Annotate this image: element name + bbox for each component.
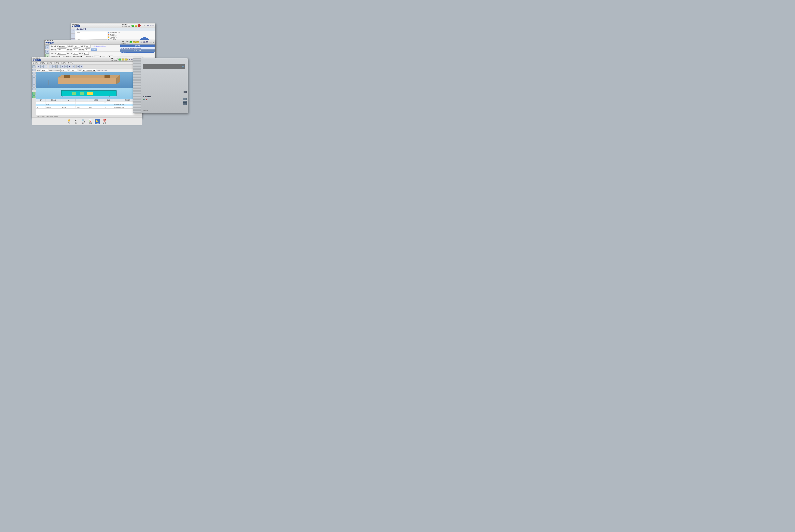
cam-tool-icon12[interactable]: ⊞ bbox=[80, 65, 83, 68]
cam-time: 21:11:28 bbox=[111, 58, 118, 60]
cam-menu-machining[interactable]: 加工(M) bbox=[47, 62, 53, 64]
svg-marker-10 bbox=[58, 78, 116, 84]
svg-rect-13 bbox=[105, 75, 110, 78]
cnc-brand-top: HAN'S SMC bbox=[45, 40, 120, 42]
cam-sb-btn4[interactable] bbox=[32, 75, 36, 78]
cam-sb-green1[interactable] bbox=[32, 92, 36, 95]
cam-menu-tool1[interactable]: 工具(T) bbox=[54, 62, 59, 64]
cam-th-x: X bbox=[61, 99, 75, 101]
cnc-mat-len[interactable] bbox=[57, 49, 66, 51]
cam-tool-select[interactable]: 反向力化变化方式 bbox=[82, 69, 96, 72]
cam-titlebar: HAN'S SMC 大族智控 21:11:28 2023/03/06 00:00… bbox=[32, 57, 142, 62]
cam-table-row[interactable]: 3/铣坑孔1300.00050.0003.000无铣:50.4X50(铣)刀具 bbox=[36, 106, 142, 109]
cam-menu-about[interactable]: 关于(A) bbox=[68, 62, 73, 64]
cnc-mat-w[interactable] bbox=[73, 49, 78, 51]
hw-ribs bbox=[133, 58, 141, 113]
cnc-icon-info[interactable]: 当 bbox=[45, 45, 49, 49]
stats-indicator-green bbox=[131, 25, 134, 26]
hw-label: HAN'S SMC bbox=[143, 110, 148, 111]
nc-sub-title: NC加工程序 bbox=[120, 50, 154, 52]
cnc-mat-num[interactable] bbox=[57, 52, 66, 55]
cam-tool-icon9[interactable]: ◐ bbox=[68, 65, 71, 68]
cnc-mat-h[interactable] bbox=[85, 49, 90, 51]
cnc-match-btn[interactable]: 打拼配置 bbox=[91, 49, 97, 51]
stats-brand-top: HAN'S SMC bbox=[72, 23, 121, 25]
cam-nav-settings[interactable]: ⏰ 设置 bbox=[102, 118, 107, 125]
cam-nav-debug[interactable]: 📊 调试 bbox=[88, 118, 93, 125]
cnc-angle-a[interactable] bbox=[74, 45, 80, 48]
cam-menu-tool2[interactable]: 工具(T) bbox=[60, 62, 66, 64]
cam-table-row[interactable]: 1/————无 bbox=[36, 101, 142, 104]
cam-sb-btn7[interactable] bbox=[32, 84, 36, 87]
cam-sb-btn1[interactable] bbox=[32, 65, 36, 68]
cam-operations-table: 编号 图形类型 X Y 加工调度 状态 加工刀具 1/————无 bbox=[36, 99, 142, 109]
cnc-mat-type[interactable] bbox=[73, 52, 78, 55]
cam-menu-file[interactable]: 文件(F) bbox=[33, 62, 38, 64]
cam-menu-edit[interactable]: 编辑(E) bbox=[39, 62, 45, 64]
hardware-computer: HAN'S SMC bbox=[133, 58, 188, 113]
cam-2d-view: 1 2 1 2 bbox=[36, 88, 142, 99]
cam-tool-icon11[interactable]: ▦ bbox=[76, 65, 80, 68]
cam-nav-diagnose[interactable]: 🔍 诊断 bbox=[80, 118, 86, 125]
cam-nav-manual[interactable]: ✋ 手动 bbox=[66, 118, 72, 125]
cam-sb-green2[interactable] bbox=[32, 95, 36, 98]
cnc-icon-prog[interactable]: 原 bbox=[45, 50, 49, 54]
stats-version-icon[interactable]: ◉ bbox=[71, 34, 75, 38]
cam-sb-btn8[interactable] bbox=[32, 88, 36, 90]
stats-time: 14:42:41 bbox=[122, 24, 130, 26]
cam-tool-icon10[interactable]: ⊗ bbox=[72, 65, 75, 68]
cam-offset-input[interactable] bbox=[41, 69, 48, 72]
cam-3d-model-svg: L bbox=[36, 72, 142, 88]
cam-tool-icon3[interactable]: 🔲 bbox=[44, 65, 47, 68]
cam-search-row: 偏移量 网名在平面之间偏移 间 刀具组 反向力化变化方式 刀具加上>加工调整 bbox=[36, 69, 142, 72]
cnc-spindle[interactable] bbox=[86, 45, 91, 48]
cam-tool-icon1[interactable]: ⊞ bbox=[37, 65, 40, 68]
hw-usb4 bbox=[149, 96, 151, 97]
cam-tool-icon2[interactable]: ⚙ bbox=[40, 65, 43, 68]
nc-path: C:/HANS DATA/SubProgram/P888888 bbox=[120, 47, 154, 50]
hw-eject-btn[interactable] bbox=[182, 66, 184, 68]
cnc-prod-order[interactable] bbox=[59, 45, 68, 48]
cam-tool-icon6[interactable]: ≡ bbox=[57, 65, 60, 68]
cam-sb-btn3[interactable] bbox=[32, 72, 36, 75]
cam-nav-cam[interactable]: 📐 CAM bbox=[95, 119, 100, 124]
cam-gap-input[interactable] bbox=[70, 69, 77, 72]
cam-sb-btn2[interactable] bbox=[32, 69, 36, 71]
cam-brand: HAN'S SMC 大族智控 bbox=[33, 57, 109, 62]
hw-usb2 bbox=[145, 96, 147, 97]
cnc-timer: 00:00:00 bbox=[141, 41, 148, 43]
cam-nav-settings-icon: ⏰ bbox=[103, 119, 106, 122]
cam-ind-yellow2 bbox=[125, 58, 128, 60]
hw-com1-port bbox=[183, 101, 187, 103]
svg-rect-12 bbox=[64, 75, 70, 78]
hw-vga-port bbox=[183, 98, 187, 100]
hw-audio-red bbox=[146, 99, 147, 100]
cnc-form-row2: 管材长度 钢材宽度 钢材高度 打拼配置 bbox=[50, 48, 120, 52]
cam-nav-prod-label: 生产 bbox=[75, 122, 77, 124]
cam-tool-icon5[interactable]: ⊕ bbox=[53, 65, 56, 68]
cnc-ind-yellow bbox=[133, 41, 136, 43]
cam-ind-green bbox=[118, 58, 121, 60]
cam-flat-workpiece bbox=[61, 91, 116, 96]
cam-nav-cam-label: CAM bbox=[96, 122, 99, 124]
cam-date: 2023/03/06 bbox=[109, 60, 118, 61]
cnc-mat-thick[interactable] bbox=[84, 52, 89, 55]
cnc-titlebar: HAN'S SMC 大族智控 11:18:01 2023/04/13 00:00… bbox=[44, 40, 154, 44]
cam-main-content: ⊞ ⚙ 🔲 ⇄ ⊕ ≡ ⊞ ⊟ ◐ ⊗ ▦ ⊞ 偏移量 网名在平面之间偏移 bbox=[36, 64, 142, 117]
cam-nav-diag-icon: 🔍 bbox=[81, 119, 85, 122]
cam-sb-btn6[interactable] bbox=[32, 81, 36, 84]
cam-plane-input[interactable] bbox=[60, 69, 67, 72]
stats-info-icon[interactable]: ✉ bbox=[71, 28, 75, 33]
cam-nav-prod-icon: ⚙ bbox=[75, 119, 78, 122]
stats-close-btn[interactable] bbox=[138, 24, 141, 27]
cam-tool-icon8[interactable]: ⊟ bbox=[64, 65, 68, 68]
cam-brand-cn: 大族智控 bbox=[33, 59, 109, 62]
cam-tool-icon7[interactable]: ⊞ bbox=[61, 65, 64, 68]
cam-tool-icon4[interactable]: ⇄ bbox=[49, 65, 52, 68]
cam-sb-btn5[interactable] bbox=[32, 78, 36, 81]
cam-table-row[interactable]: 2/铣槽150.00050.0000.500无铣:50.4X50(铣)刀具 bbox=[36, 104, 142, 106]
cam-nav-production[interactable]: ⚙ 生产 bbox=[73, 118, 79, 125]
cam-sb-separator bbox=[32, 91, 36, 91]
hw-rj45-led bbox=[186, 91, 186, 92]
cam-toolbar: ⊞ ⚙ 🔲 ⇄ ⊕ ≡ ⊞ ⊟ ◐ ⊗ ▦ ⊞ bbox=[36, 64, 142, 69]
